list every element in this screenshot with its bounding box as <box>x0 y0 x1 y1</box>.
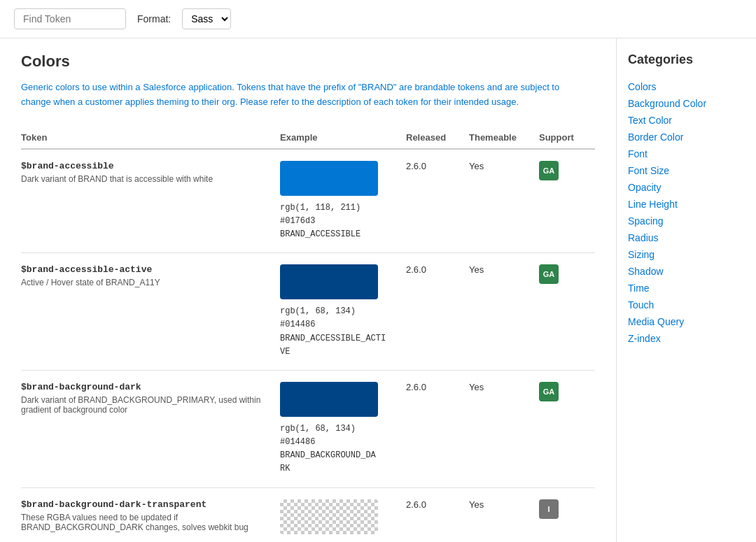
token-desc-3: These RGBA values need to be updated if … <box>21 513 274 532</box>
sidebar-link-border-color[interactable]: Border Color <box>628 129 745 145</box>
token-desc-0: Dark variant of BRAND that is accessible… <box>21 174 274 184</box>
tokens-table: Token Example Released Themeable Support… <box>21 127 595 542</box>
top-bar: Format: Sass CSS Less <box>0 0 756 38</box>
color-swatch-3 <box>280 499 378 534</box>
sidebar: Categories ColorsBackground ColorText Co… <box>616 38 756 542</box>
table-row: $brand-background-darkDark variant of BR… <box>21 370 595 487</box>
color-swatch-0 <box>280 161 378 196</box>
sidebar-link-z-index[interactable]: Z-index <box>628 330 745 347</box>
table-row: $brand-accessible-activeActive / Hover s… <box>21 253 595 371</box>
sidebar-link-line-height[interactable]: Line Height <box>628 196 745 213</box>
sidebar-link-time[interactable]: Time <box>628 280 745 297</box>
color-value-3: rgba(1, 68, 134, 0)rgba(1,68,134,0) <box>280 540 400 542</box>
support-cell-0: GA <box>539 149 595 253</box>
support-badge-2: GA <box>539 382 559 401</box>
sidebar-link-media-query[interactable]: Media Query <box>628 313 745 330</box>
sidebar-link-colors[interactable]: Colors <box>628 78 745 95</box>
support-badge-1: GA <box>539 264 559 284</box>
support-cell-2: GA <box>539 370 595 487</box>
example-cell-3: rgba(1, 68, 134, 0)rgba(1,68,134,0) <box>280 487 406 542</box>
color-swatch-1 <box>280 264 378 299</box>
table-row: $brand-accessibleDark variant of BRAND t… <box>21 149 595 253</box>
example-cell-1: rgb(1, 68, 134)#014486BRAND_ACCESSIBLE_A… <box>280 253 406 371</box>
col-header-themeable: Themeable <box>469 127 539 149</box>
col-header-released: Released <box>406 127 469 149</box>
color-value-1: rgb(1, 68, 134)#014486BRAND_ACCESSIBLE_A… <box>280 305 400 359</box>
token-name-2: $brand-background-dark <box>21 382 274 392</box>
example-cell-2: rgb(1, 68, 134)#014486BRAND_BACKGROUND_D… <box>280 370 406 487</box>
released-cell-1: 2.6.0 <box>406 253 469 371</box>
released-cell-0: 2.6.0 <box>406 149 469 253</box>
sidebar-link-background-color[interactable]: Background Color <box>628 95 745 112</box>
released-cell-2: 2.6.0 <box>406 370 469 487</box>
color-swatch-2 <box>280 382 378 417</box>
sidebar-link-opacity[interactable]: Opacity <box>628 179 745 196</box>
sidebar-link-spacing[interactable]: Spacing <box>628 213 745 229</box>
example-cell-0: rgb(1, 118, 211)#0176d3BRAND_ACCESSIBLE <box>280 149 406 253</box>
token-cell-3: $brand-background-dark-transparentThese … <box>21 487 280 542</box>
main-content: Colors Generic colors to use within a Sa… <box>0 38 616 542</box>
sidebar-link-sizing[interactable]: Sizing <box>628 246 745 263</box>
token-desc-2: Dark variant of BRAND_BACKGROUND_PRIMARY… <box>21 395 274 415</box>
col-header-token: Token <box>21 127 280 149</box>
search-input[interactable] <box>14 8 126 29</box>
sidebar-link-font-size[interactable]: Font Size <box>628 162 745 179</box>
table-row: $brand-background-dark-transparentThese … <box>21 487 595 542</box>
sidebar-link-radius[interactable]: Radius <box>628 229 745 246</box>
token-cell-2: $brand-background-darkDark variant of BR… <box>21 370 280 487</box>
format-select[interactable]: Sass CSS Less <box>182 8 231 29</box>
support-badge-0: GA <box>539 161 559 180</box>
sidebar-links: ColorsBackground ColorText ColorBorder C… <box>628 78 745 347</box>
themeable-cell-1: Yes <box>469 253 539 371</box>
color-value-2: rgb(1, 68, 134)#014486BRAND_BACKGROUND_D… <box>280 422 400 476</box>
token-name-1: $brand-accessible-active <box>21 264 274 275</box>
support-cell-1: GA <box>539 253 595 371</box>
token-cell-1: $brand-accessible-activeActive / Hover s… <box>21 253 280 371</box>
page-title: Colors <box>21 52 595 71</box>
format-label: Format: <box>137 13 171 24</box>
themeable-cell-3: Yes <box>469 487 539 542</box>
sidebar-link-touch[interactable]: Touch <box>628 297 745 313</box>
layout: Colors Generic colors to use within a Sa… <box>0 38 756 542</box>
page-description: Generic colors to use within a Salesforc… <box>21 80 567 110</box>
support-cell-3: I <box>539 487 595 542</box>
support-badge-3: I <box>539 499 559 519</box>
color-value-0: rgb(1, 118, 211)#0176d3BRAND_ACCESSIBLE <box>280 201 400 242</box>
sidebar-link-text-color[interactable]: Text Color <box>628 112 745 129</box>
token-desc-1: Active / Hover state of BRAND_A11Y <box>21 278 274 287</box>
sidebar-link-shadow[interactable]: Shadow <box>628 263 745 280</box>
sidebar-title: Categories <box>628 52 745 67</box>
col-header-example: Example <box>280 127 406 149</box>
released-cell-3: 2.6.0 <box>406 487 469 542</box>
table-header-row: Token Example Released Themeable Support <box>21 127 595 149</box>
themeable-cell-2: Yes <box>469 370 539 487</box>
token-cell-0: $brand-accessibleDark variant of BRAND t… <box>21 149 280 253</box>
sidebar-link-font[interactable]: Font <box>628 145 745 162</box>
token-name-0: $brand-accessible <box>21 161 274 171</box>
col-header-support: Support <box>539 127 595 149</box>
themeable-cell-0: Yes <box>469 149 539 253</box>
token-name-3: $brand-background-dark-transparent <box>21 499 274 510</box>
